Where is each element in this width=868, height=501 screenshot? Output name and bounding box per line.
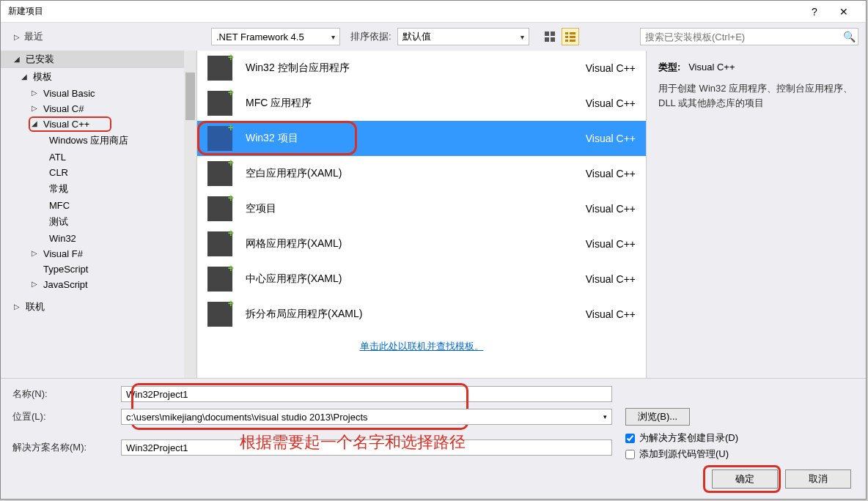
template-item[interactable]: 空白应用程序(XAML)Visual C++ (197, 156, 646, 191)
titlebar: 新建项目 ? ✕ (1, 1, 866, 23)
tree-clr[interactable]: CLR (1, 165, 196, 180)
tree-csharp[interactable]: ▷Visual C# (1, 101, 196, 116)
template-icon (207, 196, 232, 221)
type-label: 类型: (658, 62, 680, 73)
location-combo[interactable]: c:\users\mikejiang\documents\visual stud… (121, 409, 612, 425)
tree-vb[interactable]: ▷Visual Basic (1, 86, 196, 101)
chevron-right-icon: ▷ (32, 249, 40, 257)
annotation-text: 根据需要起一个名字和选择路径 (240, 431, 466, 453)
template-item[interactable]: 空项目Visual C++ (197, 191, 646, 226)
location-row: 位置(L): c:\users\mikejiang\documents\visu… (12, 408, 854, 426)
installed-header[interactable]: ◢ 已安装 (1, 51, 196, 68)
tree-fsharp[interactable]: ▷Visual F# (1, 246, 196, 261)
view-mode-buttons (541, 28, 579, 45)
source-control-check-row: 添加到源代码管理(U) (625, 448, 738, 461)
template-item[interactable]: Win32 控制台应用程序Visual C++ (197, 51, 646, 86)
template-icon (207, 91, 232, 116)
type-row: 类型: Visual C++ (658, 61, 854, 74)
name-row: 名称(N): (12, 386, 854, 402)
online-search-link-wrap: 单击此处以联机并查找模板。 (197, 332, 646, 360)
bottom-form: 名称(N): 位置(L): c:\users\mikejiang\documen… (1, 378, 866, 499)
left-tree: ◢ 已安装 ◢ 模板 ▷Visual Basic ▷Visual C# ◢Vis… (1, 51, 197, 378)
tree-ceshi[interactable]: 测试 (1, 213, 196, 231)
chevron-right-icon: ▷ (32, 280, 40, 288)
tree-atl[interactable]: ATL (1, 149, 196, 165)
create-dir-label: 为解决方案创建目录(D) (639, 431, 738, 445)
sort-combo[interactable]: 默认值 (397, 28, 529, 45)
tree-win32[interactable]: Win32 (1, 231, 196, 246)
template-item[interactable]: 拆分布局应用程序(XAML)Visual C++ (197, 297, 646, 332)
tree-ts[interactable]: TypeScript (1, 261, 196, 277)
chevron-down-icon: ◢ (14, 55, 23, 63)
chevron-right-icon: ▷ (14, 303, 23, 311)
svg-rect-1 (551, 31, 555, 36)
framework-value: .NET Framework 4.5 (216, 31, 304, 42)
templates-label: 模板 (33, 70, 52, 84)
help-button[interactable]: ? (800, 1, 829, 22)
svg-rect-7 (570, 36, 575, 38)
create-dir-check-row: 为解决方案创建目录(D) (625, 431, 738, 445)
dialog-title: 新建项目 (8, 5, 800, 18)
new-project-dialog: 新建项目 ? ✕ ▷ 最近 .NET Framework 4.5 排序依据: 默… (0, 0, 867, 500)
checks: 为解决方案创建目录(D) 添加到源代码管理(U) (625, 431, 738, 464)
template-item[interactable]: 网格应用程序(XAML)Visual C++ (197, 226, 646, 261)
installed-label: 已安装 (26, 53, 54, 66)
search-wrap: 🔍 (640, 28, 858, 45)
framework-combo[interactable]: .NET Framework 4.5 (211, 28, 340, 45)
tree-templates[interactable]: ◢ 模板 (1, 68, 196, 86)
toolbar-middle: .NET Framework 4.5 排序依据: 默认值 (211, 28, 640, 45)
template-icon (207, 302, 232, 327)
source-control-checkbox[interactable] (625, 450, 635, 459)
svg-rect-6 (565, 36, 568, 38)
chevron-right-icon: ▷ (32, 89, 40, 97)
svg-rect-9 (570, 40, 575, 42)
type-value: Visual C++ (688, 62, 735, 73)
grid-icon (544, 31, 556, 42)
source-control-label: 添加到源代码管理(U) (639, 448, 729, 461)
view-list-button[interactable] (562, 28, 579, 45)
tree-winstore[interactable]: Windows 应用商店 (1, 132, 196, 149)
tree-vcpp[interactable]: ◢Visual C++ (1, 116, 196, 132)
online-label: 联机 (26, 300, 45, 313)
close-button[interactable]: ✕ (829, 1, 858, 22)
online-header[interactable]: ▷ 联机 (1, 298, 196, 316)
template-item-selected[interactable]: Win32 项目Visual C++ (197, 121, 646, 156)
solution-row: 解决方案名称(M): 根据需要起一个名字和选择路径 为解决方案创建目录(D) 添… (12, 431, 854, 464)
online-search-link[interactable]: 单击此处以联机并查找模板。 (360, 341, 484, 352)
name-label: 名称(N): (12, 387, 121, 401)
svg-rect-8 (565, 40, 568, 42)
chevron-right-icon: ▷ (32, 104, 40, 112)
svg-rect-2 (545, 37, 549, 42)
toolbar: ▷ 最近 .NET Framework 4.5 排序依据: 默认值 🔍 (1, 23, 866, 51)
template-description: 用于创建 Win32 应用程序、控制台应用程序、DLL 或其他静态库的项目 (658, 81, 854, 110)
scrollbar-thumb[interactable] (185, 73, 195, 120)
template-item[interactable]: MFC 应用程序Visual C++ (197, 86, 646, 121)
template-icon (207, 56, 232, 81)
name-input[interactable] (121, 386, 612, 402)
search-input[interactable] (640, 28, 858, 45)
tree-changgui[interactable]: 常规 (1, 180, 196, 198)
template-icon (207, 231, 232, 256)
template-icon (207, 126, 232, 151)
search-icon[interactable]: 🔍 (843, 31, 856, 42)
template-item[interactable]: 中心应用程序(XAML)Visual C++ (197, 261, 646, 297)
bottom-buttons: 确定 取消 (12, 470, 854, 489)
svg-rect-4 (565, 32, 568, 34)
solution-label: 解决方案名称(M): (12, 441, 121, 454)
tree-mfc[interactable]: MFC (1, 198, 196, 213)
recent-header[interactable]: ▷ 最近 (1, 23, 211, 51)
browse-button[interactable]: 浏览(B)... (625, 408, 690, 426)
sort-label: 排序依据: (350, 30, 391, 43)
template-list: Win32 控制台应用程序Visual C++ MFC 应用程序Visual C… (197, 51, 646, 378)
tree-scrollbar[interactable] (184, 51, 196, 378)
list-icon (564, 31, 576, 42)
view-medium-icons-button[interactable] (541, 28, 559, 45)
ok-button[interactable]: 确定 (712, 470, 778, 489)
tree-js[interactable]: ▷JavaScript (1, 277, 196, 292)
create-dir-checkbox[interactable] (625, 434, 635, 443)
main-area: ◢ 已安装 ◢ 模板 ▷Visual Basic ▷Visual C# ◢Vis… (1, 51, 866, 378)
cancel-button[interactable]: 取消 (785, 470, 851, 489)
svg-rect-5 (570, 32, 575, 34)
svg-rect-0 (545, 31, 549, 36)
template-icon (207, 267, 232, 292)
